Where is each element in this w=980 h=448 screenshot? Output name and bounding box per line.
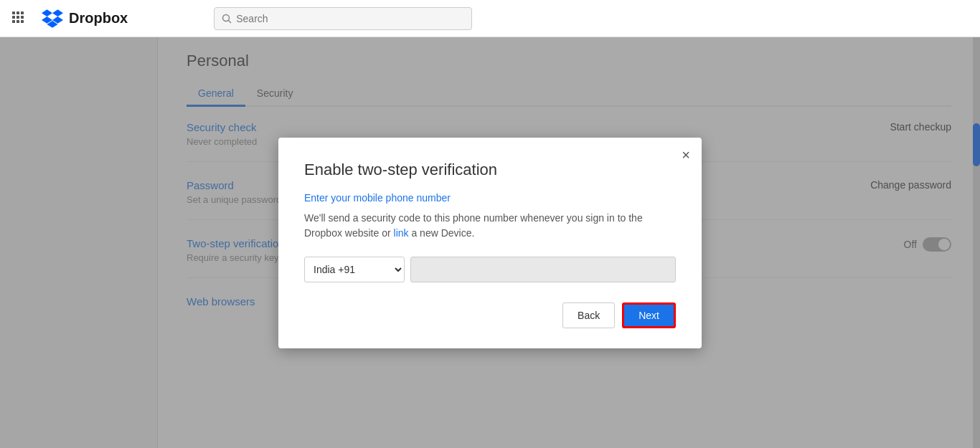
search-input[interactable] bbox=[236, 13, 464, 24]
modal-subtitle: Enter your mobile phone number bbox=[304, 192, 676, 204]
svg-rect-1 bbox=[17, 11, 19, 14]
svg-rect-6 bbox=[12, 20, 15, 23]
svg-line-10 bbox=[229, 20, 232, 23]
svg-rect-0 bbox=[12, 11, 15, 14]
svg-point-9 bbox=[223, 14, 230, 21]
modal-title: Enable two-step verification bbox=[304, 161, 676, 179]
logo-area: Dropbox bbox=[11, 8, 128, 29]
svg-rect-4 bbox=[17, 16, 19, 19]
modal-desc-part2: a new Device. bbox=[409, 227, 475, 239]
modal-close-button[interactable]: × bbox=[682, 148, 690, 162]
search-icon bbox=[222, 14, 232, 24]
modal-buttons: Back Next bbox=[304, 302, 676, 328]
svg-rect-2 bbox=[21, 11, 24, 14]
dropbox-logo-icon bbox=[42, 8, 63, 29]
svg-rect-3 bbox=[12, 16, 15, 19]
phone-row: India +91 United States +1 United Kingdo… bbox=[304, 257, 676, 282]
next-button[interactable]: Next bbox=[622, 302, 676, 328]
app-title: Dropbox bbox=[69, 10, 128, 27]
svg-rect-8 bbox=[21, 20, 24, 23]
back-button[interactable]: Back bbox=[562, 302, 615, 328]
svg-rect-7 bbox=[17, 20, 19, 23]
phone-number-input[interactable] bbox=[410, 257, 676, 282]
country-select[interactable]: India +91 United States +1 United Kingdo… bbox=[304, 257, 405, 282]
search-bar[interactable] bbox=[214, 7, 472, 30]
grid-icon bbox=[11, 11, 27, 27]
modal-overlay: × Enable two-step verification Enter you… bbox=[0, 37, 980, 448]
modal-dialog: × Enable two-step verification Enter you… bbox=[278, 138, 702, 348]
modal-desc-link[interactable]: link bbox=[394, 227, 409, 239]
modal-description: We'll send a security code to this phone… bbox=[304, 211, 676, 241]
topbar: Dropbox bbox=[0, 0, 980, 37]
svg-rect-5 bbox=[21, 16, 24, 19]
